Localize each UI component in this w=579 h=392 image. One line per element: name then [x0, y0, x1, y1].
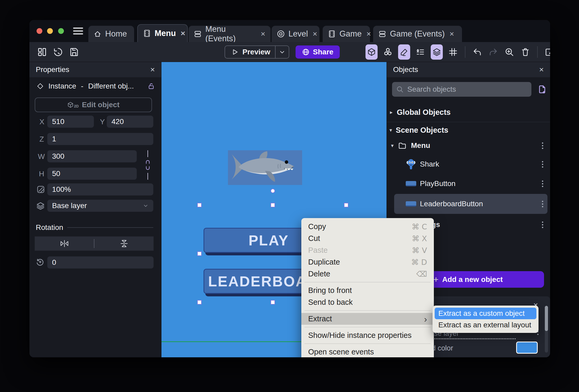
- close-icon[interactable]: ×: [539, 65, 544, 74]
- search-objects-box[interactable]: [392, 82, 531, 97]
- menu-item-show-hide-instance-properties[interactable]: Show/Hide instance properties: [301, 329, 434, 341]
- menu-item-cut[interactable]: Cut ⌘ X: [301, 233, 434, 244]
- background-color-swatch[interactable]: [516, 342, 538, 354]
- y-input[interactable]: 420: [107, 116, 153, 128]
- tab-game[interactable]: Game ×: [323, 26, 370, 42]
- edit-object-button[interactable]: 2D Edit object: [35, 97, 152, 112]
- submenu-item-extract-custom-object[interactable]: Extract as a custom object: [435, 308, 536, 319]
- selection-handle-mid-left[interactable]: [197, 251, 202, 256]
- close-icon[interactable]: ×: [449, 30, 454, 38]
- instance-list-icon[interactable]: [415, 46, 426, 58]
- selection-handle-top-right[interactable]: [344, 203, 348, 207]
- scene-icon: [143, 29, 151, 37]
- close-icon[interactable]: ×: [313, 30, 317, 38]
- instance-type-label: Instance: [48, 82, 76, 90]
- redo-icon[interactable]: [487, 46, 499, 58]
- menu-item-delete[interactable]: Delete ⌫: [301, 268, 434, 280]
- menu-item-extract[interactable]: Extract ›: [301, 313, 434, 325]
- w-label: W: [38, 152, 45, 161]
- new-folder-icon[interactable]: [537, 84, 547, 95]
- kebab-menu-icon[interactable]: [542, 201, 543, 207]
- edit-mode-pencil-icon[interactable]: [398, 44, 410, 60]
- selection-handle-top-center[interactable]: [271, 203, 275, 207]
- history-icon[interactable]: [52, 46, 64, 58]
- selection-handle-bottom-left[interactable]: [197, 300, 202, 305]
- close-icon[interactable]: ×: [261, 30, 265, 38]
- undo-icon[interactable]: [471, 46, 483, 58]
- kebab-menu-icon[interactable]: [542, 142, 543, 149]
- layer-select[interactable]: Base layer: [47, 200, 153, 212]
- unlock-icon[interactable]: [148, 82, 155, 90]
- layers-panel-toggle-icon[interactable]: [431, 44, 443, 60]
- kebab-menu-icon[interactable]: [542, 161, 543, 168]
- tree-item-shark[interactable]: Shark: [387, 158, 550, 171]
- rotation-angle-input[interactable]: 0: [47, 256, 154, 269]
- menu-separator: [304, 282, 431, 282]
- flip-horizontal-button[interactable]: [35, 239, 94, 248]
- events-icon: [378, 30, 386, 38]
- play-icon: [231, 48, 239, 56]
- tab-label: Menu: [155, 29, 176, 38]
- z-input[interactable]: 1: [47, 133, 153, 145]
- plus-icon: +: [433, 274, 439, 285]
- instance-diamond-icon: [37, 83, 44, 90]
- tree-item-playbutton[interactable]: PlayButton: [387, 177, 550, 190]
- shark-thumbnail: [406, 158, 416, 170]
- tree-item-leaderboardbutton[interactable]: LeaderboardButton: [387, 198, 550, 210]
- trash-icon[interactable]: [520, 46, 531, 58]
- width-input[interactable]: 300: [47, 150, 137, 162]
- instances-blocks-icon[interactable]: [382, 46, 394, 58]
- flip-vertical-button[interactable]: [94, 239, 154, 248]
- close-icon[interactable]: ×: [150, 65, 155, 74]
- objects-3d-view-toggle-icon[interactable]: [365, 44, 378, 60]
- close-icon[interactable]: ×: [366, 30, 371, 38]
- tab-game-events[interactable]: Game (Events) ×: [373, 26, 462, 42]
- zoom-in-icon[interactable]: [504, 46, 515, 58]
- close-icon[interactable]: ×: [181, 29, 185, 37]
- tab-menu-events[interactable]: Menu (Events) ×: [189, 26, 271, 42]
- traffic-zoom-button[interactable]: [58, 28, 64, 34]
- hamburger-menu-icon[interactable]: [73, 28, 83, 34]
- rotation-handle[interactable]: [271, 189, 275, 193]
- opacity-input[interactable]: 100%: [47, 183, 153, 195]
- menu-separator: [304, 310, 431, 311]
- preview-button[interactable]: Preview: [225, 45, 289, 59]
- gdevelop-window: Home Menu × Menu (Events) × Level ×: [29, 20, 550, 357]
- context-menu: Copy ⌘ C Cut ⌘ X Paste ⌘ V Duplicate ⌘ D…: [301, 218, 434, 357]
- tab-menu[interactable]: Menu ×: [137, 24, 188, 42]
- traffic-close-button[interactable]: [37, 28, 42, 34]
- tab-level[interactable]: Level ×: [272, 26, 319, 42]
- triangle-down-icon: ▾: [389, 127, 392, 133]
- project-manager-icon[interactable]: [36, 46, 48, 58]
- chevron-down-icon[interactable]: [276, 49, 289, 55]
- share-button[interactable]: Share: [296, 45, 340, 59]
- selection-handle-top-left[interactable]: [197, 203, 202, 207]
- menu-separator: [304, 327, 431, 327]
- menu-item-open-scene-events[interactable]: Open scene events: [301, 346, 434, 357]
- scene-objects-group[interactable]: ▾ Scene Objects: [387, 124, 550, 136]
- grid-icon[interactable]: [447, 46, 459, 58]
- edit-scene-properties-icon[interactable]: [544, 46, 550, 58]
- menu-item-paste[interactable]: Paste ⌘ V: [301, 244, 434, 256]
- backspace-icon: ⌫: [416, 270, 427, 278]
- search-objects-input[interactable]: [407, 85, 527, 94]
- tree-folder-menu[interactable]: ▾ Menu: [387, 139, 550, 152]
- tab-home[interactable]: Home: [88, 26, 134, 42]
- menu-item-bring-to-front[interactable]: Bring to front: [301, 285, 434, 296]
- scrollbar-thumb[interactable]: [545, 306, 548, 331]
- shark-sprite[interactable]: [228, 150, 302, 185]
- link-wh-toggle[interactable]: [142, 150, 154, 180]
- tab-label: Game (Events): [390, 29, 445, 39]
- menu-item-copy[interactable]: Copy ⌘ C: [301, 221, 434, 233]
- submenu-item-extract-external-layout[interactable]: Extract as an external layout: [435, 319, 536, 331]
- global-objects-group[interactable]: ▸ Global Objects: [387, 106, 550, 118]
- kebab-menu-icon[interactable]: [542, 221, 543, 228]
- menu-item-duplicate[interactable]: Duplicate ⌘ D: [301, 256, 434, 268]
- traffic-minimize-button[interactable]: [47, 28, 53, 34]
- kebab-menu-icon[interactable]: [542, 180, 543, 187]
- menu-item-send-to-back[interactable]: Send to back: [301, 296, 434, 308]
- x-input[interactable]: 510: [47, 116, 94, 128]
- selection-handle-bottom-center[interactable]: [271, 300, 275, 305]
- save-icon[interactable]: [68, 46, 80, 58]
- height-input[interactable]: 50: [47, 168, 137, 180]
